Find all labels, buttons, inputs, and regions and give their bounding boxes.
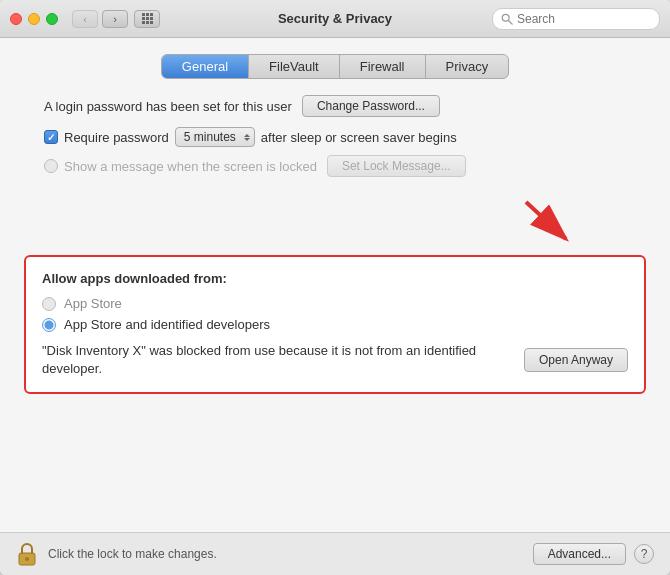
- lock-text: Click the lock to make changes.: [48, 547, 533, 561]
- login-password-text: A login password has been set for this u…: [44, 99, 292, 114]
- back-button[interactable]: ‹: [72, 10, 98, 28]
- require-password-label: Require password: [64, 130, 169, 145]
- show-message-label: Show a message when the screen is locked: [64, 159, 317, 174]
- app-store-developers-radio[interactable]: [42, 318, 56, 332]
- bottom-bar: Click the lock to make changes. Advanced…: [0, 532, 670, 575]
- svg-point-0: [502, 14, 509, 21]
- open-anyway-button[interactable]: Open Anyway: [524, 348, 628, 372]
- traffic-lights: [10, 13, 58, 25]
- tab-filevault[interactable]: FileVault: [249, 55, 340, 78]
- app-store-developers-option: App Store and identified developers: [42, 317, 628, 332]
- dropdown-arrow-icon: [244, 134, 250, 141]
- tab-privacy[interactable]: Privacy: [426, 55, 509, 78]
- svg-line-1: [509, 20, 512, 23]
- dropdown-value: 5 minutes: [184, 130, 236, 144]
- tab-general[interactable]: General: [162, 55, 249, 78]
- question-icon: ?: [641, 547, 648, 561]
- red-arrow-icon: [506, 197, 586, 247]
- search-icon: [501, 13, 513, 25]
- titlebar: ‹ › Security & Privacy: [0, 0, 670, 38]
- maximize-button[interactable]: [46, 13, 58, 25]
- window-title: Security & Privacy: [278, 11, 392, 26]
- lock-icon: [16, 541, 38, 567]
- blocked-message-row: "Disk Inventory X" was blocked from use …: [42, 342, 628, 378]
- app-store-developers-label: App Store and identified developers: [64, 317, 270, 332]
- tab-firewall[interactable]: Firewall: [340, 55, 426, 78]
- tabs-container: General FileVault Firewall Privacy: [24, 54, 646, 79]
- arrow-annotation: [24, 197, 646, 247]
- require-password-checkbox[interactable]: ✓: [44, 130, 58, 144]
- grid-icon: [142, 13, 153, 24]
- allow-apps-title: Allow apps downloaded from:: [42, 271, 628, 286]
- login-password-row: A login password has been set for this u…: [24, 95, 646, 117]
- set-lock-message-button[interactable]: Set Lock Message...: [327, 155, 466, 177]
- search-input[interactable]: [517, 12, 651, 26]
- checkmark-icon: ✓: [47, 132, 55, 143]
- grid-button[interactable]: [134, 10, 160, 28]
- app-store-option: App Store: [42, 296, 628, 311]
- window: ‹ › Security & Privacy General FileVault: [0, 0, 670, 575]
- help-button[interactable]: ?: [634, 544, 654, 564]
- change-password-button[interactable]: Change Password...: [302, 95, 440, 117]
- close-button[interactable]: [10, 13, 22, 25]
- app-store-radio[interactable]: [42, 297, 56, 311]
- require-password-row: ✓ Require password 5 minutes after sleep…: [24, 127, 646, 147]
- app-store-label: App Store: [64, 296, 122, 311]
- svg-line-3: [526, 202, 566, 239]
- minimize-button[interactable]: [28, 13, 40, 25]
- search-box[interactable]: [492, 8, 660, 30]
- allow-apps-section: Allow apps downloaded from: App Store Ap…: [24, 255, 646, 394]
- nav-buttons: ‹ ›: [72, 10, 128, 28]
- svg-point-5: [25, 557, 29, 561]
- password-time-dropdown[interactable]: 5 minutes: [175, 127, 255, 147]
- show-message-radio[interactable]: [44, 159, 58, 173]
- blocked-text: "Disk Inventory X" was blocked from use …: [42, 342, 512, 378]
- content-area: General FileVault Firewall Privacy A log…: [0, 38, 670, 532]
- forward-button[interactable]: ›: [102, 10, 128, 28]
- tab-group: General FileVault Firewall Privacy: [161, 54, 509, 79]
- advanced-button[interactable]: Advanced...: [533, 543, 626, 565]
- after-sleep-label: after sleep or screen saver begins: [261, 130, 457, 145]
- show-message-row: Show a message when the screen is locked…: [24, 155, 646, 177]
